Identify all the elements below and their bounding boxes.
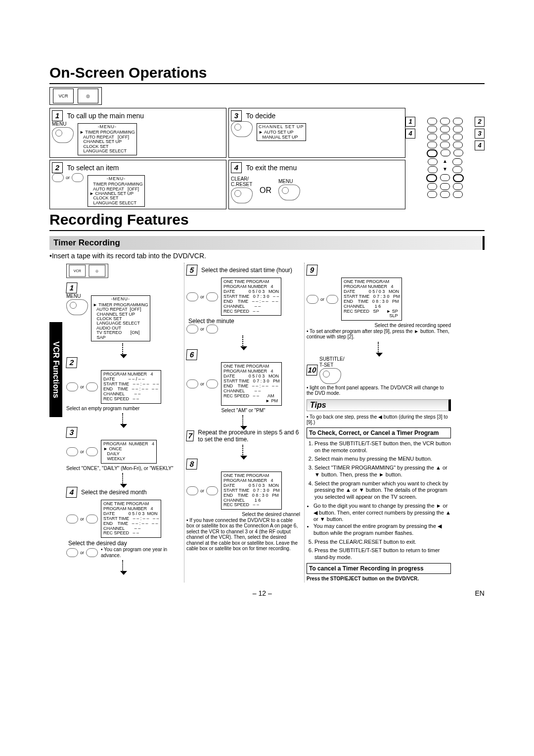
step-num: 2 — [66, 357, 78, 368]
step-label: To select an item — [67, 164, 119, 172]
or-label: or — [200, 327, 204, 331]
main-menu-osd: -MENU- ► TIMER PROGRAMMING AUTO REPEAT [… — [78, 123, 137, 155]
up-down-buttons: or — [307, 276, 338, 323]
step-2: 2 To select an item or -MENU- TIMER PROG… — [49, 160, 226, 210]
channel-menu-osd: CHANNEL SET UP ► AUTO SET UP MANUAL SET … — [257, 123, 306, 141]
caption: Select "ONCE", "DAILY" (Mon-Fri), or "WE… — [66, 466, 180, 472]
list-item: Select main menu by pressing the MENU bu… — [314, 456, 451, 463]
step-num: 7 — [186, 430, 194, 441]
step-num: 1 — [52, 110, 63, 121]
main-menu-osd-2: -MENU- TIMER PROGRAMMING AUTO REPEAT [OF… — [88, 175, 145, 207]
menu-btn-label: MENU — [52, 121, 74, 127]
clear-btn-label: CLEAR/ C.RESET — [231, 176, 253, 188]
step-num: 2 — [52, 162, 63, 173]
up-down-buttons: or — [66, 438, 98, 466]
caption: Select the desired start time (hour) — [201, 267, 292, 274]
or-label: or — [80, 517, 84, 521]
osd-body: PROGRAM NUMBER 4 DATE 0 5 / 0 3 MON STAR… — [103, 507, 159, 536]
list-item: Press the SUBTITLE/T-SET button to retur… — [314, 547, 451, 561]
callout-2: 2 — [475, 117, 485, 127]
callout-3: 3 — [475, 129, 485, 139]
remote-clear-icon — [231, 188, 253, 203]
callout-1: 1 — [405, 117, 415, 127]
remote-menu-icon — [66, 299, 88, 315]
tip-line: • To go back one step, press the ◀ butto… — [307, 414, 451, 425]
tips-box-1: To Check, Correct, or Cancel a Timer Pro… — [307, 427, 451, 438]
list-item: Go to the digit you want to change by pr… — [313, 503, 451, 523]
lang-code: EN — [475, 589, 485, 597]
osd-body: PROGRAM NUMBER 4 DATE 0 5 / 0 3 MON STAR… — [223, 284, 279, 314]
list-item: Press the CLEAR/C.RESET button to exit. — [314, 539, 451, 546]
or-label: or — [200, 294, 204, 299]
up-down-buttons: or — [66, 547, 98, 558]
step-label: To exit the menu — [246, 164, 297, 172]
remote-subtitle-icon — [319, 368, 341, 384]
step-label: To decide — [246, 112, 275, 120]
step-num: 3 — [231, 110, 242, 121]
callout-4: 4 — [405, 129, 415, 139]
caption: Select the minute — [188, 318, 300, 325]
section-title-recording: Recording Features — [49, 211, 485, 231]
callout-4b: 4 — [475, 141, 485, 150]
or-label: or — [80, 550, 84, 555]
up-down-buttons: or — [186, 360, 218, 407]
menu-items: ► TIMER PROGRAMMING AUTO REPEAT [OFF] CH… — [80, 130, 135, 153]
list-item: You may cancel the entire program by pre… — [313, 523, 451, 537]
caption: Select "AM" or "PM" — [186, 408, 300, 414]
caption: Select the desired day — [68, 540, 180, 547]
step-4: 4 To exit the menu CLEAR/ C.RESET OR MEN… — [228, 160, 405, 210]
step-num: 6 — [186, 349, 198, 360]
menu-btn-label: MENU — [278, 179, 300, 185]
up-down-buttons: or — [186, 325, 300, 333]
tips-bullets: Go to the digit you want to change by pr… — [313, 503, 451, 537]
up-down-buttons: or — [186, 470, 218, 512]
list-item: Select the program number which you want… — [314, 480, 451, 501]
menu-title: CHANNEL SET UP — [259, 125, 304, 129]
step-num: 8 — [186, 459, 198, 470]
up-down-buttons: or — [66, 368, 98, 405]
caption: Select the desired month — [81, 489, 147, 496]
menu-title: -MENU- — [93, 297, 148, 301]
or-label: OR — [260, 186, 271, 195]
step-num: 1 — [66, 283, 78, 293]
timer-col-c: 9 or ONE TIME PROGRAM PROGRAM NUMBER 4 D… — [304, 263, 453, 582]
remote-diagram: 1 4 ▲ ▼ 2 3 4 — [405, 87, 485, 199]
side-tab-vcr: VCR Functions — [49, 322, 62, 417]
caption: Select the desired recording speed — [307, 323, 451, 329]
up-down-buttons: or — [66, 498, 98, 540]
or-label: or — [320, 297, 324, 302]
or-label: or — [80, 449, 84, 454]
page-number: – 12 – — [253, 589, 272, 597]
step-num: 10 — [306, 365, 318, 376]
vcr-icon: VCR — [69, 265, 86, 277]
osd-once: PROGRAM NUMBER 4 ► ONCE DAILY WEEKLY — [101, 440, 157, 464]
caption: • light on the front panel appears. The … — [307, 385, 451, 396]
caption: • If you have connected the DVD/VCR to a… — [186, 518, 300, 552]
step-num: 4 — [231, 162, 242, 173]
osd-body: PROGRAM NUMBER 4 DATE 0 5 / 0 3 MON STAR… — [223, 478, 279, 508]
tips-list: Press the SUBTITLE/T-SET button then, th… — [314, 440, 451, 501]
remote-right-icon — [231, 121, 253, 137]
menu-items: ► TIMER PROGRAMMING AUTO REPEAT [OFF] CH… — [93, 303, 148, 340]
timer-col-a: VCR ◎ 1 MENU -MENU- ► TIMER PROGRAMMING … — [64, 263, 182, 582]
osd-prog-blank: PROGRAM NUMBER 4 DATE – – / – – START TI… — [101, 370, 161, 403]
remote-menu-icon — [278, 185, 300, 200]
or-label: or — [80, 384, 84, 389]
or-label: or — [200, 381, 204, 386]
step-num: 5 — [186, 265, 198, 276]
menu-title: -MENU- — [89, 177, 143, 181]
caption: • To set another program after step [9],… — [307, 329, 451, 340]
dvd-icon: ◎ — [89, 265, 106, 277]
step-3: 3 To decide CHANNEL SET UP ► AUTO SET UP… — [228, 108, 405, 158]
up-down-buttons: or — [186, 276, 218, 318]
menu-btn-label: MENU — [66, 293, 88, 299]
or-label: or — [200, 488, 204, 493]
step-num: 9 — [306, 265, 318, 276]
section-title-onscreen: On-Screen Operations — [49, 64, 485, 84]
timer-intro: •Insert a tape with its record tab into … — [49, 252, 485, 260]
vcr-icon: VCR — [53, 89, 74, 103]
or-label: or — [66, 175, 70, 180]
caption: Select an empty program number — [66, 406, 180, 412]
caption: • You can program one year in advance. — [101, 547, 180, 558]
remote-menu-icon — [52, 127, 74, 143]
